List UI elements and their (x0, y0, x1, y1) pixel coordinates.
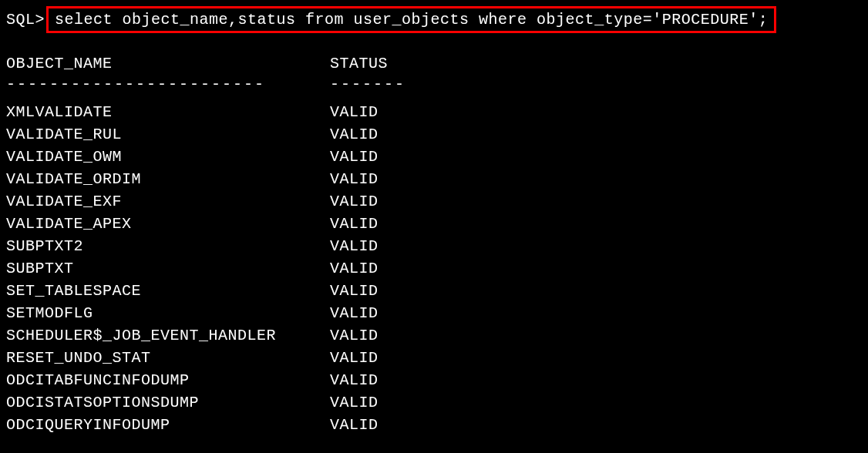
table-row: RESET_UNDO_STATVALID (6, 347, 862, 369)
cell-status: VALID (330, 213, 378, 235)
cell-object-name: VALIDATE_APEX (6, 213, 330, 235)
table-row: SETMODFLGVALID (6, 302, 862, 324)
results-separator-row: ------------------------ ------- (6, 76, 862, 93)
query-results: OBJECT_NAME STATUS ---------------------… (6, 55, 862, 436)
table-row: VALIDATE_ORDIMVALID (6, 168, 862, 190)
cell-object-name: XMLVALIDATE (6, 101, 330, 123)
cell-status: VALID (330, 347, 378, 369)
sql-query-text: select object_name,status from user_obje… (55, 11, 768, 29)
cell-status: VALID (330, 168, 378, 190)
cell-status: VALID (330, 280, 378, 302)
cell-status: VALID (330, 257, 378, 280)
cell-status: VALID (330, 414, 378, 436)
table-row: ODCIQUERYINFODUMPVALID (6, 414, 862, 436)
table-row: VALIDATE_OWMVALID (6, 146, 862, 168)
cell-status: VALID (330, 235, 378, 257)
table-row: XMLVALIDATEVALID (6, 101, 862, 123)
table-row: ODCITABFUNCINFODUMPVALID (6, 369, 862, 391)
sql-prompt-line: SQL> select object_name,status from user… (6, 6, 862, 33)
table-row: VALIDATE_APEXVALID (6, 213, 862, 235)
sql-query-highlight: select object_name,status from user_obje… (46, 6, 776, 33)
cell-status: VALID (330, 302, 378, 324)
cell-object-name: RESET_UNDO_STAT (6, 347, 330, 369)
table-row: SUBPTXT2VALID (6, 235, 862, 257)
cell-object-name: VALIDATE_OWM (6, 146, 330, 168)
cell-status: VALID (330, 123, 378, 146)
cell-object-name: ODCIQUERYINFODUMP (6, 414, 330, 436)
header-object-name: OBJECT_NAME (6, 55, 330, 72)
table-row: SCHEDULER$_JOB_EVENT_HANDLERVALID (6, 324, 862, 347)
results-rows: XMLVALIDATEVALIDVALIDATE_RULVALIDVALIDAT… (6, 101, 862, 436)
sql-prompt-label: SQL> (6, 11, 45, 29)
cell-status: VALID (330, 190, 378, 213)
cell-object-name: SUBPTXT (6, 257, 330, 280)
table-row: VALIDATE_RULVALID (6, 123, 862, 146)
cell-object-name: VALIDATE_ORDIM (6, 168, 330, 190)
cell-status: VALID (330, 101, 378, 123)
table-row: SUBPTXTVALID (6, 257, 862, 280)
cell-object-name: SET_TABLESPACE (6, 280, 330, 302)
cell-status: VALID (330, 369, 378, 391)
separator-object-name: ------------------------ (6, 76, 330, 93)
table-row: VALIDATE_EXFVALID (6, 190, 862, 213)
cell-status: VALID (330, 391, 378, 414)
cell-object-name: VALIDATE_RUL (6, 123, 330, 146)
cell-object-name: SETMODFLG (6, 302, 330, 324)
separator-status: ------- (330, 76, 405, 93)
cell-object-name: SUBPTXT2 (6, 235, 330, 257)
table-row: SET_TABLESPACEVALID (6, 280, 862, 302)
cell-status: VALID (330, 324, 378, 347)
header-status: STATUS (330, 55, 388, 72)
cell-object-name: VALIDATE_EXF (6, 190, 330, 213)
table-row: ODCISTATSOPTIONSDUMPVALID (6, 391, 862, 414)
cell-object-name: ODCISTATSOPTIONSDUMP (6, 391, 330, 414)
cell-object-name: SCHEDULER$_JOB_EVENT_HANDLER (6, 324, 330, 347)
results-header-row: OBJECT_NAME STATUS (6, 55, 862, 72)
cell-object-name: ODCITABFUNCINFODUMP (6, 369, 330, 391)
cell-status: VALID (330, 146, 378, 168)
